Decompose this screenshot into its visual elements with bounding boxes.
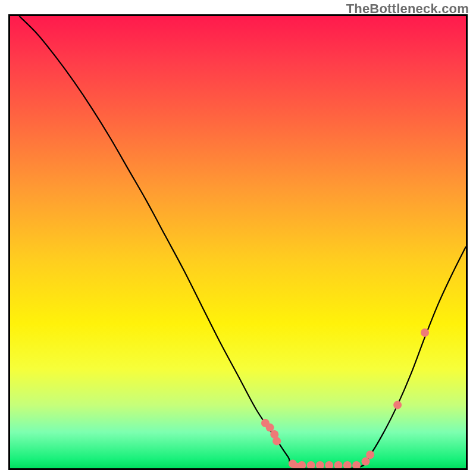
chart-frame bbox=[8, 14, 468, 470]
highlight-dot bbox=[343, 461, 352, 468]
highlight-dot bbox=[316, 461, 324, 468]
highlight-dot bbox=[393, 401, 402, 409]
highlight-dot bbox=[273, 437, 281, 445]
highlight-dot bbox=[325, 461, 333, 468]
highlight-dot bbox=[352, 461, 361, 468]
highlight-dot bbox=[366, 450, 374, 459]
highlight-dots-group bbox=[261, 328, 429, 468]
highlight-dot bbox=[334, 461, 343, 468]
highlight-dot bbox=[298, 461, 306, 468]
highlight-dot bbox=[421, 328, 429, 337]
chart-svg bbox=[10, 16, 466, 468]
bottleneck-curve bbox=[19, 16, 466, 468]
highlight-dot bbox=[307, 461, 315, 468]
highlight-dot bbox=[266, 424, 274, 432]
highlight-dot bbox=[361, 458, 369, 466]
